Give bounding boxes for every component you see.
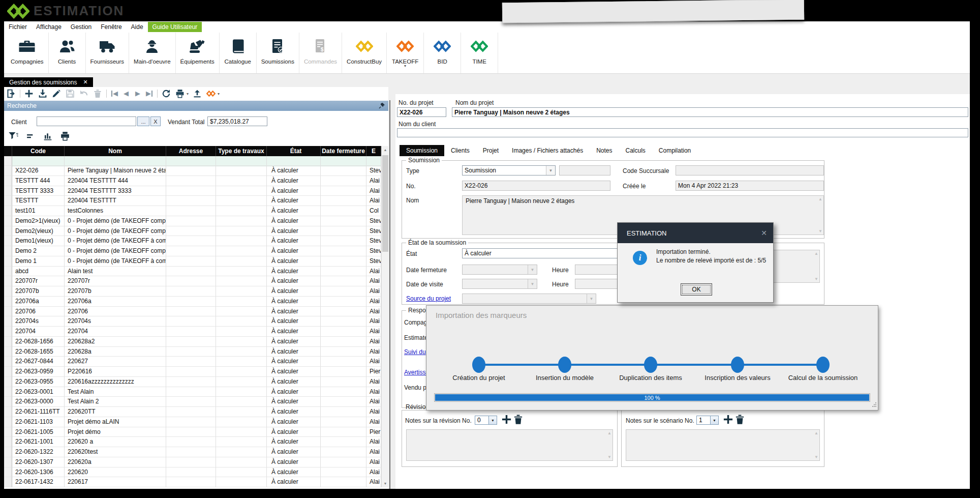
table-row[interactable]: 22-0621-1116TT220620TTÀ calculerAlai xyxy=(4,407,381,417)
table-row[interactable]: 22-0628-1656220628a2À calculerAlai xyxy=(4,337,381,347)
table-row[interactable]: test101testColonnesÀ calculerCol xyxy=(4,206,381,216)
table-row[interactable]: TESTTT 3333220404 TESTTTT 3333À calculer… xyxy=(4,186,381,196)
add-icon[interactable] xyxy=(24,89,34,99)
header-adresse[interactable]: Adresse xyxy=(166,146,216,156)
toolbar-item-constructbuy[interactable]: ConstructBuy xyxy=(342,33,387,73)
source-du-projet-link[interactable]: Source du projet xyxy=(406,295,451,302)
table-row[interactable]: 22-0623-0000Test Alain 2À calculerAlai xyxy=(4,397,381,407)
dialog-title-bar[interactable]: ESTIMATION ✕ xyxy=(618,223,773,243)
ok-button[interactable]: OK xyxy=(681,283,712,296)
print-icon[interactable] xyxy=(175,89,185,99)
scroll-up-icon[interactable]: ▲ xyxy=(382,146,389,154)
add-revision-button[interactable] xyxy=(501,414,512,425)
refresh-icon[interactable] xyxy=(161,89,171,99)
nav-prev-icon[interactable]: ◀ xyxy=(122,89,130,99)
scroll-down-icon[interactable]: ▼ xyxy=(818,229,822,233)
close-dialog-icon[interactable]: ✕ xyxy=(761,229,767,237)
upload-icon[interactable] xyxy=(192,89,202,99)
table-row[interactable]: Demo1(vieux)0 - Projet démo (de TAKEOFF … xyxy=(4,236,381,246)
toolbar-item-time[interactable]: TIME xyxy=(461,33,498,73)
table-row[interactable]: 22-0623-0955220616azzzzzzzzzzzzzzÀ calcu… xyxy=(4,377,381,387)
tab-images-fichiers[interactable]: Images / Fichiers attachés xyxy=(505,145,590,156)
type-select[interactable]: Soumission ▼ xyxy=(462,165,556,175)
table-row[interactable]: 22-0621-1103Projet démo aLAINÀ calculerA… xyxy=(4,417,381,427)
table-scrollbar[interactable]: ▲ ▼ xyxy=(381,146,389,487)
table-row[interactable]: Demo 10 - Projet démo (de TAKEOFF à comp… xyxy=(4,256,381,267)
resize-grip-icon[interactable] xyxy=(872,400,877,409)
menu-aide[interactable]: Aide xyxy=(127,22,148,32)
header-code[interactable]: Code xyxy=(12,146,65,156)
revision-number-select[interactable]: 0 ▼ xyxy=(475,416,497,425)
menu-gestion[interactable]: Gestion xyxy=(66,22,96,32)
table-row[interactable]: Demo2>1(vieux)0 - Projet démo (de TAKEOF… xyxy=(4,216,381,226)
dropdown-caret-icon[interactable]: ▾ xyxy=(187,92,189,96)
table-row[interactable]: 22-0623-0959P220616À calculerPier xyxy=(4,367,381,377)
toolbar-item-compagnies[interactable]: Compagnies xyxy=(6,33,49,73)
header-nom[interactable]: Nom xyxy=(65,146,166,156)
edit-icon[interactable] xyxy=(51,89,62,99)
nav-last-icon[interactable]: ▶ xyxy=(145,89,154,99)
delete-scenario-button[interactable] xyxy=(734,414,745,425)
menu-fenetre[interactable]: Fenêtre xyxy=(96,22,126,32)
menu-affichage[interactable]: Affichage xyxy=(32,22,66,32)
tab-gestion-des-soumissions[interactable]: Gestion des soumissions ✕ xyxy=(4,77,93,87)
table-row[interactable]: 22-0620-1306220620À calculerAlai xyxy=(4,467,381,478)
chevron-down-icon[interactable]: ▼ xyxy=(546,166,555,175)
table-row[interactable]: 220706a220706aÀ calculerAlai xyxy=(4,297,381,307)
header-type-de-travaux[interactable]: Type de travaux xyxy=(216,146,267,156)
table-row[interactable]: 22-0621-1001220620 aÀ calculerAlai xyxy=(4,437,381,447)
table-row[interactable]: 22-0623-0001Test AlainÀ calculerAlai xyxy=(4,387,381,397)
tab-clients[interactable]: Clients xyxy=(444,145,476,156)
client-clear-button[interactable]: X xyxy=(150,116,161,126)
table-row[interactable]: 22-0621-1005Projet démoÀ calculerPier xyxy=(4,427,381,437)
nav-next-icon[interactable]: ▶ xyxy=(134,89,142,99)
toolbar-item-clients[interactable]: Clients xyxy=(49,33,86,73)
tab-projet[interactable]: Projet xyxy=(476,145,505,156)
table-row[interactable]: 22-0627-0844220627À calculerAlai xyxy=(4,357,381,367)
filter-row[interactable] xyxy=(4,156,381,166)
table-row[interactable]: 220706220706À calculerAlai xyxy=(4,307,381,317)
table-row[interactable]: 22-0620-1307220620aÀ calculerAlai xyxy=(4,457,381,467)
tab-calculs[interactable]: Calculs xyxy=(619,145,652,156)
scroll-up-icon[interactable]: ▲ xyxy=(814,251,818,256)
toolbar-item-soumissions[interactable]: Soumissions xyxy=(257,33,299,73)
table-row[interactable]: 220704220704À calculerAlai xyxy=(4,327,381,337)
close-tab-icon[interactable]: ✕ xyxy=(83,79,87,85)
toolbar-item-catalogue[interactable]: Catalogue xyxy=(220,33,257,73)
table-row[interactable]: Demo2(vieux)0 - Projet démo (de TAKEOFF … xyxy=(4,226,381,237)
toolbar-item-fournisseurs[interactable]: Fournisseurs xyxy=(86,33,129,73)
scroll-down-icon[interactable]: ▼ xyxy=(382,480,389,487)
delete-revision-button[interactable] xyxy=(513,414,524,425)
scroll-up-icon[interactable]: ▲ xyxy=(814,431,818,435)
client-browse-button[interactable]: ... xyxy=(137,116,149,126)
table-row[interactable]: Demo 20 - Projet démo (de TAKEOFF complé… xyxy=(4,246,381,256)
table-row[interactable]: 220704s220704sÀ calculerAlai xyxy=(4,316,381,327)
scroll-down-icon[interactable]: ▼ xyxy=(814,455,818,459)
scenario-notes-textarea[interactable]: ▲ ▼ xyxy=(626,429,820,461)
header-estimateur[interactable]: E xyxy=(366,146,381,156)
header-etat[interactable]: État xyxy=(267,146,321,156)
table-row[interactable]: X22-026Pierre Tanguay | Maison neuve 2 é… xyxy=(4,166,381,176)
filter-icon[interactable] xyxy=(8,131,18,141)
brand-icon[interactable] xyxy=(206,89,216,99)
toolbar-item-main-doeuvre[interactable]: Main-d'oeuvre xyxy=(129,33,176,73)
suivi-link[interactable]: Suivi du xyxy=(404,348,426,356)
nav-first-icon[interactable]: ◀ xyxy=(110,89,118,99)
header-date-fermeture[interactable]: Date fermeture xyxy=(321,146,366,156)
client-input[interactable] xyxy=(37,116,136,126)
table-row[interactable]: 22-0617-1432220617À calculerAlai xyxy=(4,477,381,487)
table-row[interactable]: 220707b220707bÀ calculerAlai xyxy=(4,286,381,297)
menu-guide-utilisateur[interactable]: Guide Utilisateur xyxy=(148,22,202,32)
dropdown-caret-icon[interactable]: ▾ xyxy=(218,92,220,96)
table-row[interactable]: 220707r220707rÀ calculerAlai xyxy=(4,276,381,286)
table-row[interactable]: 22-0620-1322220620testÀ calculerAlai xyxy=(4,447,381,457)
projet-no-value[interactable]: X22-026 xyxy=(397,107,446,117)
print-icon[interactable] xyxy=(60,131,70,141)
scroll-down-icon[interactable]: ▼ xyxy=(607,455,611,459)
pin-icon[interactable] xyxy=(379,102,385,110)
scrollbar-thumb[interactable] xyxy=(382,155,388,252)
table-row[interactable]: TESTTT220404 TESTTTTÀ calculerAlai xyxy=(4,196,381,206)
projet-nom-value[interactable]: Pierre Tanguay | Maison neuve 2 étages xyxy=(452,107,968,117)
toolbar-item-bid[interactable]: BID xyxy=(424,33,461,73)
scroll-down-icon[interactable]: ▼ xyxy=(814,277,818,281)
